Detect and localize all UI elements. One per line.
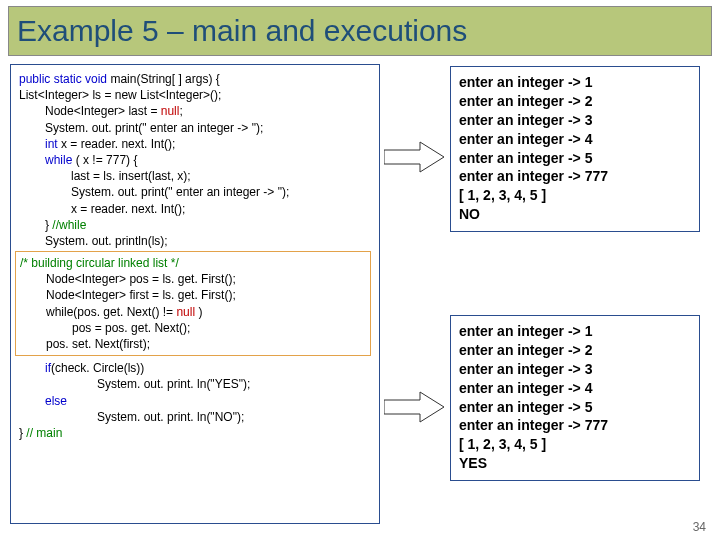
code-line: Node<Integer> first = ls. get. First(); (20, 287, 366, 303)
title-bar: Example 5 – main and executions (8, 6, 712, 56)
code-line: x = reader. next. Int(); (19, 201, 371, 217)
arrow-icon (384, 390, 444, 424)
code-line: pos. set. Next(first); (20, 336, 366, 352)
code-line: Node<Integer> pos = ls. get. First(); (20, 271, 366, 287)
code-line: while(pos. get. Next() != null ) (20, 304, 366, 320)
code-line: pos = pos. get. Next(); (20, 320, 366, 336)
output-box-2: enter an integer -> 1 enter an integer -… (450, 315, 700, 481)
arrow-icon (384, 140, 444, 174)
slide-number: 34 (693, 520, 706, 534)
code-line: last = ls. insert(last, x); (19, 168, 371, 184)
code-line: if(check. Circle(ls)) (19, 360, 371, 376)
output-line: enter an integer -> 777 (459, 416, 691, 435)
output-line: [ 1, 2, 3, 4, 5 ] (459, 186, 691, 205)
output-line: [ 1, 2, 3, 4, 5 ] (459, 435, 691, 454)
code-line: public static void main(String[ ] args) … (19, 71, 371, 87)
code-line: System. out. print. ln("NO"); (19, 409, 371, 425)
output-line: enter an integer -> 3 (459, 360, 691, 379)
output-box-1: enter an integer -> 1 enter an integer -… (450, 66, 700, 232)
code-box: public static void main(String[ ] args) … (10, 64, 380, 524)
code-line: System. out. print. ln("YES"); (19, 376, 371, 392)
output-line: enter an integer -> 1 (459, 73, 691, 92)
output-line: enter an integer -> 4 (459, 130, 691, 149)
svg-marker-1 (384, 392, 444, 422)
code-line: List<Integer> ls = new List<Integer>(); (19, 87, 371, 103)
output-line: enter an integer -> 777 (459, 167, 691, 186)
highlighted-code-block: /* building circular linked list */ Node… (15, 251, 371, 356)
output-line: enter an integer -> 2 (459, 341, 691, 360)
output-line: enter an integer -> 3 (459, 111, 691, 130)
code-line: System. out. print(" enter an integer ->… (19, 120, 371, 136)
slide-title: Example 5 – main and executions (17, 14, 467, 48)
output-line: NO (459, 205, 691, 224)
code-line: /* building circular linked list */ (20, 255, 366, 271)
code-line: System. out. print(" enter an integer ->… (19, 184, 371, 200)
code-line: System. out. println(ls); (19, 233, 371, 249)
output-line: enter an integer -> 5 (459, 398, 691, 417)
code-line: } // main (19, 425, 371, 441)
code-line: while ( x != 777) { (19, 152, 371, 168)
code-line: else (19, 393, 371, 409)
code-line: Node<Integer> last = null; (19, 103, 371, 119)
output-line: enter an integer -> 2 (459, 92, 691, 111)
svg-marker-0 (384, 142, 444, 172)
code-line: int x = reader. next. Int(); (19, 136, 371, 152)
code-line: } //while (19, 217, 371, 233)
output-line: enter an integer -> 5 (459, 149, 691, 168)
output-line: enter an integer -> 1 (459, 322, 691, 341)
output-line: YES (459, 454, 691, 473)
output-line: enter an integer -> 4 (459, 379, 691, 398)
